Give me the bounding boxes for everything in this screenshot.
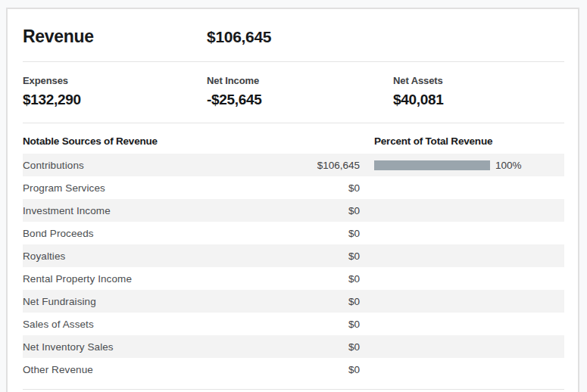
table-row: Rental Property Income$0 [23,267,564,290]
row-value: $106,645 [239,160,360,171]
revenue-total-value: $106,645 [207,28,564,46]
table-row: Program Services$0 [23,176,564,199]
row-value: $0 [239,296,360,307]
row-value: $0 [239,273,360,285]
row-label: Net Fundraising [23,296,239,307]
stat-value: $132,290 [23,92,207,108]
row-label: Other Revenue [23,364,239,375]
stat-value: -$25,645 [207,92,393,108]
row-label: Investment Income [23,205,239,216]
row-value: $0 [239,182,360,194]
row-label: Contributions [23,160,239,171]
percent-label: 100% [495,160,522,171]
row-percent-cell: 100% [360,160,564,171]
row-label: Sales of Assets [23,319,239,330]
section-title: Revenue [23,26,207,47]
row-value: $0 [239,319,360,330]
revenue-table-header: Notable Sources of Revenue Percent of To… [23,123,564,154]
table-row: Investment Income$0 [23,199,564,222]
revenue-summary-card: Revenue $106,645 Expenses $132,290 Net I… [6,8,579,392]
sources-column-header: Notable Sources of Revenue [23,135,360,147]
stat-label: Expenses [23,75,207,86]
row-value: $0 [239,205,360,216]
table-row: Net Inventory Sales$0 [23,335,564,358]
row-value: $0 [239,250,360,262]
row-value: $0 [239,228,360,239]
stat-label: Net Assets [393,75,564,86]
row-label: Program Services [23,182,239,194]
table-row: Bond Proceeds$0 [23,222,564,244]
table-row: Net Fundraising$0 [23,290,564,313]
stat-expenses: Expenses $132,290 [23,75,207,108]
row-label: Net Inventory Sales [23,341,239,353]
table-row: Other Revenue$0 [23,358,564,381]
percent-bar [374,160,490,170]
stat-net-assets: Net Assets $40,081 [393,75,564,108]
row-value: $0 [239,341,360,353]
revenue-table-rows: Contributions$106,645100%Program Service… [23,154,564,381]
row-label: Royalties [23,250,239,262]
table-row: Sales of Assets$0 [23,313,564,335]
financial-stats-row: Expenses $132,290 Net Income -$25,645 Ne… [23,62,564,123]
row-value: $0 [239,364,360,375]
table-row: Contributions$106,645100% [23,154,564,176]
row-label: Rental Property Income [23,273,239,285]
section-divider [23,389,564,390]
stat-value: $40,081 [393,92,564,108]
table-row: Royalties$0 [23,244,564,267]
stat-label: Net Income [207,75,393,86]
percent-column-header: Percent of Total Revenue [360,135,564,147]
row-label: Bond Proceeds [23,228,239,239]
stat-net-income: Net Income -$25,645 [207,75,393,108]
revenue-header-section: Revenue $106,645 [23,9,564,62]
